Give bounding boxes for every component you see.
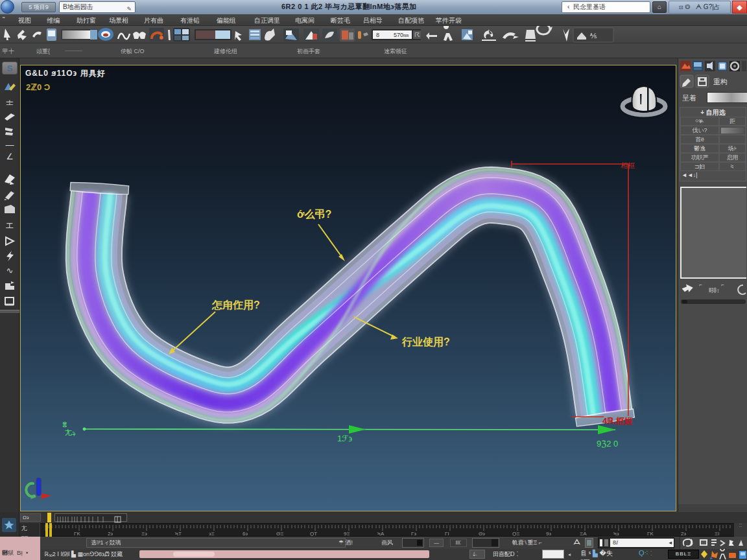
svg-text:⌐: ⌐ <box>721 282 724 288</box>
svg-text:2϶: 2϶ <box>108 531 113 536</box>
svg-text:Ϟ϶: Ϟ϶ <box>613 531 619 536</box>
svg-text:570㎜: 570㎜ <box>394 32 409 38</box>
svg-text:ΘΞ: ΘΞ <box>276 531 283 536</box>
svg-text:ΓΚ: ΓΚ <box>74 531 80 536</box>
svg-text:ϞΤ: ϞΤ <box>175 531 182 536</box>
svg-text:Γ϶: Γ϶ <box>411 531 416 536</box>
svg-text:相框: 相框 <box>621 161 635 169</box>
svg-text:☈: ☈ <box>414 32 420 38</box>
svg-text:4ℝ.框姬: 4ℝ.框姬 <box>602 416 633 426</box>
svg-text:⦀排⁝: ⦀排⁝ <box>709 287 719 294</box>
svg-text:2϶: 2϶ <box>681 531 686 536</box>
svg-text:9϶: 9϶ <box>546 531 551 536</box>
svg-text:9ℨ2 0: 9ℨ2 0 <box>597 439 618 449</box>
svg-text:⌐: ⌐ <box>699 282 702 288</box>
svg-text:ớ么弔?: ớ么弔? <box>297 209 331 220</box>
svg-text:G&L0 ϧ11Ο϶ 用具好: G&L0 ϧ11Ο϶ 用具好 <box>25 69 106 78</box>
svg-text:2ℤ0 Ͻ: 2ℤ0 Ͻ <box>26 82 50 92</box>
svg-text:重构: 重构 <box>713 78 728 86</box>
svg-text:⺐ꝝ: ⺐ꝝ <box>65 428 76 436</box>
svg-text:϶Ξ: ϶Ξ <box>209 531 215 536</box>
svg-text:ΞΙ: ΞΙ <box>715 531 719 536</box>
svg-text:ΓΙ: ΓΙ <box>445 531 449 536</box>
svg-text:Θ϶: Θ϶ <box>479 531 485 536</box>
svg-text:ΞΑ: ΞΑ <box>580 531 587 536</box>
svg-text:1ℱ϶: 1ℱ϶ <box>337 434 352 443</box>
svg-text:ⴻ: ⴻ <box>62 421 67 428</box>
svg-text:ϞΑ: ϞΑ <box>377 531 385 536</box>
svg-text:6϶: 6϶ <box>243 531 248 536</box>
svg-text:9Ξ: 9Ξ <box>344 531 350 536</box>
svg-text:行业使用?: 行业使用? <box>401 336 450 347</box>
svg-text:⅍: ⅍ <box>589 32 597 40</box>
svg-text:ϘΤ: ϘΤ <box>310 531 317 536</box>
svg-text:8: 8 <box>376 32 379 38</box>
svg-text:Ξ϶: Ξ϶ <box>141 531 147 536</box>
svg-text:ΓΚ: ΓΚ <box>647 531 654 536</box>
svg-text:怎甪㑅用?: 怎甪㑅用? <box>211 299 260 310</box>
svg-text:ϘΞ: ϘΞ <box>512 531 519 536</box>
